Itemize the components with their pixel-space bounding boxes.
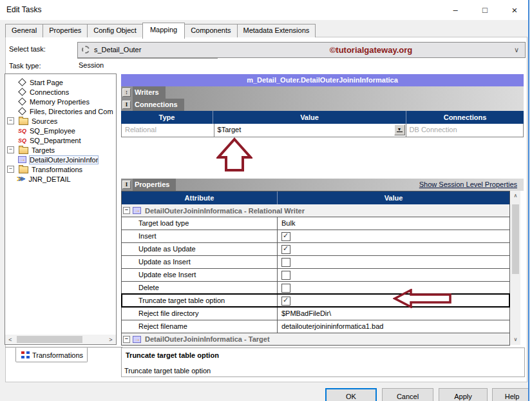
checkbox[interactable] (281, 232, 290, 241)
properties-table: Attribute Value DetailOuterJoininInforma… (121, 191, 510, 346)
column-header-value: Value (278, 191, 509, 204)
ok-button[interactable]: OK (325, 388, 377, 401)
properties-section-bar: I Properties Show Session Level Properti… (121, 179, 524, 191)
column-header-connections: Connections (406, 111, 524, 124)
minimize-icon[interactable]: – (441, 0, 470, 20)
collapse-icon[interactable] (7, 117, 14, 124)
collapse-icon[interactable] (123, 207, 130, 214)
properties-vertical-scrollbar[interactable]: ∧ ∨ (511, 191, 520, 345)
attribute-cell: Reject filename (122, 320, 278, 333)
target-icon (133, 336, 141, 343)
scroll-left-icon[interactable]: < (5, 337, 15, 343)
tab-properties[interactable]: Properties (43, 24, 88, 37)
task-type-label: Task type: (9, 62, 41, 70)
tree-item-start-page[interactable]: Start Page (5, 77, 116, 87)
chevron-down-icon[interactable]: ∨ (514, 46, 519, 54)
column-header-value: Value (213, 111, 406, 124)
collapse-icon[interactable] (7, 166, 14, 173)
property-row-update-as-insert: Update as Insert (122, 255, 509, 268)
tree-item-files-directories[interactable]: Files, Directories and Com (5, 106, 116, 116)
group-row-target[interactable]: DetailOuterJoininInformatica - Target (122, 333, 509, 345)
attribute-cell: Truncate target table option (122, 295, 278, 307)
checkbox[interactable] (281, 284, 290, 293)
value-cell (278, 256, 509, 268)
properties-table-header: Attribute Value (122, 191, 509, 204)
checkbox[interactable] (281, 271, 290, 280)
show-session-level-properties-link[interactable]: Show Session Level Properties (419, 179, 517, 191)
annotation-arrow-up-icon (216, 137, 252, 173)
folder-icon (19, 166, 28, 173)
resize-section-icon[interactable]: ↕ (122, 88, 131, 97)
tab-mapping[interactable]: Mapping (142, 23, 185, 39)
checkbox[interactable] (281, 245, 290, 254)
bottom-tab-label: Transformations (32, 351, 83, 359)
tab-metadata-extensions[interactable]: Metadata Extensions (237, 24, 316, 37)
value-cell[interactable]: detailouterjoinininformatica1.bad (278, 320, 509, 333)
checkbox[interactable] (281, 258, 290, 267)
connections-table-header: Type Value Connections (121, 111, 524, 124)
value-cell (278, 243, 509, 255)
tree-item-targets[interactable]: Targets (5, 145, 116, 155)
collapse-section-icon[interactable]: I (122, 181, 131, 189)
window-title: Edit Tasks (6, 5, 41, 14)
tab-transformations-bottom[interactable]: Transformations (15, 347, 88, 362)
tree-item-sq-department[interactable]: SQ_Department (5, 135, 116, 145)
tab-components[interactable]: Components (184, 24, 237, 37)
folder-icon (19, 118, 28, 125)
annotation-arrow-left-icon (393, 289, 452, 309)
collapse-section-icon[interactable]: I (122, 101, 131, 109)
attribute-cell: Update else Insert (122, 269, 278, 281)
scrollbar-thumb[interactable] (512, 204, 519, 274)
value-cell[interactable]: Bulk (278, 217, 509, 230)
apply-button[interactable]: Apply (439, 388, 488, 401)
column-header-type: Type (121, 111, 213, 124)
collapse-icon[interactable] (7, 146, 14, 153)
attribute-cell: Target load type (122, 217, 278, 230)
tree-item-memory-properties[interactable]: Memory Properties (5, 97, 116, 106)
value-cell (278, 230, 509, 242)
properties-section-label: Properties (133, 179, 176, 191)
tree-item-jnr-detail[interactable]: JNR_DETAIL (5, 174, 116, 184)
cancel-button[interactable]: Cancel (382, 388, 433, 401)
select-task-combo[interactable]: s_Detail_Outer ©tutorialgateway.org ∨ (77, 42, 526, 58)
scroll-right-icon[interactable]: > (106, 337, 116, 343)
writers-section-label: Writers (133, 86, 166, 99)
maximize-icon[interactable]: □ (470, 0, 500, 20)
description-title: Truncate target table option (126, 351, 219, 359)
description-text: Truncate target table option (124, 367, 211, 375)
tab-strip: General Properties Config Object Mapping… (5, 24, 315, 37)
connections-section-label: Connections (133, 99, 184, 111)
tree-item-connections[interactable]: Connections (5, 87, 116, 97)
transformations-icon (21, 351, 24, 354)
scroll-down-icon[interactable]: ∨ (514, 335, 518, 345)
tree-item-sources[interactable]: Sources (5, 116, 116, 126)
connection-value-cell[interactable]: $Target (214, 124, 406, 137)
close-icon[interactable]: × (500, 0, 529, 20)
tab-general[interactable]: General (5, 24, 43, 37)
property-row-target-load-type: Target load type Bulk (122, 217, 509, 230)
bottom-tab-strip: Transformations (5, 347, 122, 366)
scroll-up-icon[interactable]: ∧ (514, 191, 518, 201)
diamond-icon (18, 78, 26, 86)
collapse-icon[interactable] (123, 336, 130, 343)
window-outside (529, 0, 532, 401)
source-qualifier-icon (18, 137, 26, 144)
checkbox[interactable] (281, 297, 290, 306)
tree-horizontal-scrollbar[interactable]: < > (5, 335, 116, 344)
task-type-value: Session (79, 61, 104, 69)
tab-config-object[interactable]: Config Object (87, 24, 143, 37)
attribute-cell: Update as Update (122, 243, 278, 255)
target-icon (18, 156, 26, 163)
tree-item-transformations[interactable]: Transformations (5, 164, 116, 174)
edit-tasks-dialog: Edit Tasks – □ × General Properties Conf… (0, 0, 532, 401)
diamond-icon (18, 97, 26, 106)
session-gear-icon (82, 46, 90, 54)
dropdown-icon[interactable] (394, 124, 405, 135)
column-header-attribute: Attribute (122, 191, 278, 204)
help-button[interactable]: Help (492, 388, 532, 401)
scrollbar-thumb[interactable] (17, 336, 82, 343)
titlebar: Edit Tasks – □ × (0, 0, 532, 20)
tree-item-sq-employee[interactable]: SQ_Employee (5, 126, 116, 135)
group-row-relational-writer[interactable]: DetailOuterJoininInformatica - Relationa… (122, 204, 509, 217)
tree-item-detail-outer-join-target[interactable]: DetailOuterJoininInfor (5, 155, 116, 164)
